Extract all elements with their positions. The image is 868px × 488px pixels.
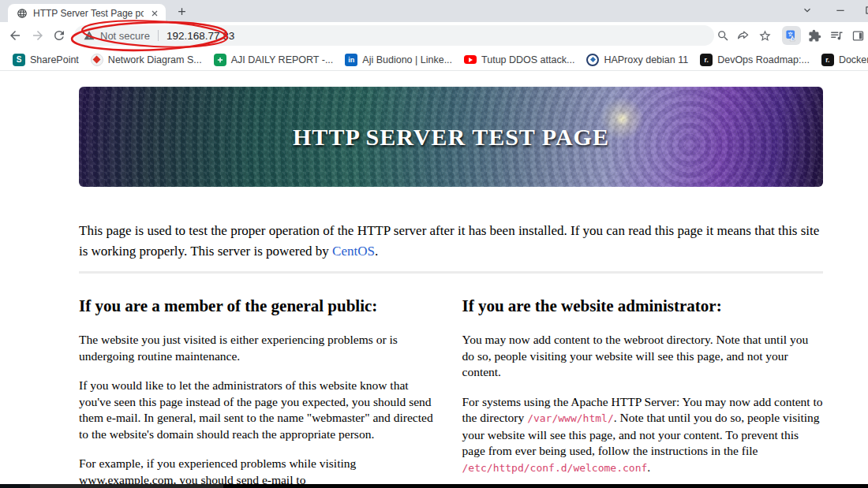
browser-tab[interactable]: HTTP Server Test Page powered [8, 4, 166, 22]
bookmark-network-diagram[interactable]: Network Diagram S... [86, 51, 207, 69]
globe-favicon-icon [16, 7, 28, 20]
bookmark-aji-daily-report[interactable]: AJI DAILY REPORT -... [209, 51, 339, 69]
bookmark-linkedin[interactable]: in Aji Budiono | Linke... [340, 51, 457, 69]
omnibox-divider [158, 30, 159, 41]
bookmark-sharepoint[interactable]: S SharePoint [8, 51, 84, 69]
bookmark-label: Tutup DDOS attack... [481, 54, 574, 65]
forward-button[interactable] [31, 28, 45, 43]
browser-window: HTTP Server Test Page powered [0, 0, 868, 488]
general-public-column: If you are a member of the general publi… [79, 292, 440, 488]
drawio-icon [91, 54, 103, 66]
taskbar-edge [0, 484, 868, 488]
sharepoint-icon: S [13, 54, 25, 66]
two-column-section: If you are a member of the general publi… [79, 292, 823, 488]
tab-strip: HTTP Server Test Page powered [0, 0, 868, 22]
admin-paragraph-apache: For systems using the Apache HTTP Server… [462, 394, 824, 477]
bookmark-label: Network Diagram S... [108, 54, 202, 65]
window-maximize-button[interactable] [862, 3, 868, 17]
security-status-label: Not secure [100, 30, 150, 42]
bookmark-label: AJI DAILY REPORT -... [231, 54, 334, 65]
bookmark-docker-roadmap[interactable]: r. Docker Roadmap -... [817, 51, 868, 69]
administrator-column: If you are the website administrator: Yo… [462, 292, 824, 488]
public-paragraph-1: The website you just visited is either e… [79, 332, 440, 364]
tab-close-icon[interactable] [148, 7, 161, 20]
back-button[interactable] [8, 28, 22, 43]
welcome-conf-code: /etc/httpd/conf.d/welcome.conf [462, 462, 648, 474]
apache-text-3: . [647, 460, 650, 474]
window-minimize-button[interactable] [833, 3, 847, 17]
extensions-puzzle-icon[interactable] [805, 26, 824, 45]
address-bar[interactable]: Not secure 192.168.77.83 [74, 25, 714, 46]
roadmap-icon: r. [700, 54, 713, 66]
share-icon[interactable] [734, 26, 753, 45]
new-tab-button[interactable] [175, 5, 189, 18]
page-content: HTTP SERVER TEST PAGE This page is used … [0, 72, 868, 488]
reload-button[interactable] [52, 28, 66, 43]
intro-text-end: . [375, 244, 378, 259]
not-secure-warning-icon[interactable] [84, 30, 95, 41]
linkedin-icon: in [345, 54, 357, 66]
bookmark-haproxy[interactable]: HAProxy debian 11 [582, 51, 693, 69]
google-translate-icon[interactable] [782, 26, 801, 45]
url-text[interactable]: 192.168.77.83 [166, 30, 234, 42]
bookmark-label: HAProxy debian 11 [604, 54, 688, 65]
centos-link[interactable]: CentOS [332, 244, 375, 259]
bookmark-youtube[interactable]: Tutup DDOS attack... [459, 51, 579, 69]
side-panel-icon[interactable] [848, 26, 867, 45]
search-icon[interactable] [713, 26, 732, 45]
page-title: HTTP SERVER TEST PAGE [293, 124, 609, 151]
bookmark-devops-roadmap[interactable]: r. DevOps Roadmap:... [695, 51, 814, 69]
bookmarks-bar: S SharePoint Network Diagram S... AJI DA… [0, 49, 868, 71]
administrator-heading: If you are the website administrator: [462, 296, 824, 316]
test-page-banner: HTTP SERVER TEST PAGE [79, 87, 823, 187]
admin-paragraph-1: You may now add content to the webroot d… [462, 332, 824, 381]
public-paragraph-3: For example, if you experienced problems… [79, 456, 440, 488]
haproxy-icon [586, 54, 599, 66]
intro-paragraph: This page is used to test the proper ope… [79, 221, 821, 262]
playlist-extension-icon[interactable] [827, 26, 846, 45]
tab-search-chevron-icon[interactable] [800, 3, 814, 17]
bookmark-label: DevOps Roadmap:... [717, 54, 810, 65]
bookmark-label: SharePoint [30, 54, 79, 65]
roadmap-icon: r. [821, 54, 834, 66]
intro-text: This page is used to test the proper ope… [79, 223, 819, 259]
browser-toolbar: Not secure 192.168.77.83 [0, 22, 868, 49]
apache-path-code: /var/www/html/ [527, 412, 614, 424]
bookmark-star-icon[interactable] [755, 26, 774, 45]
bookmark-label: Aji Budiono | Linke... [362, 54, 452, 65]
bookmark-label: Docker Roadmap -... [839, 54, 868, 65]
youtube-icon [464, 54, 477, 66]
general-public-heading: If you are a member of the general publi… [79, 296, 440, 316]
horizontal-rule [79, 271, 823, 274]
google-sheets-icon [214, 54, 226, 66]
tab-title: HTTP Server Test Page powered [33, 8, 144, 19]
public-paragraph-2: If you would like to let the administrat… [79, 378, 440, 442]
